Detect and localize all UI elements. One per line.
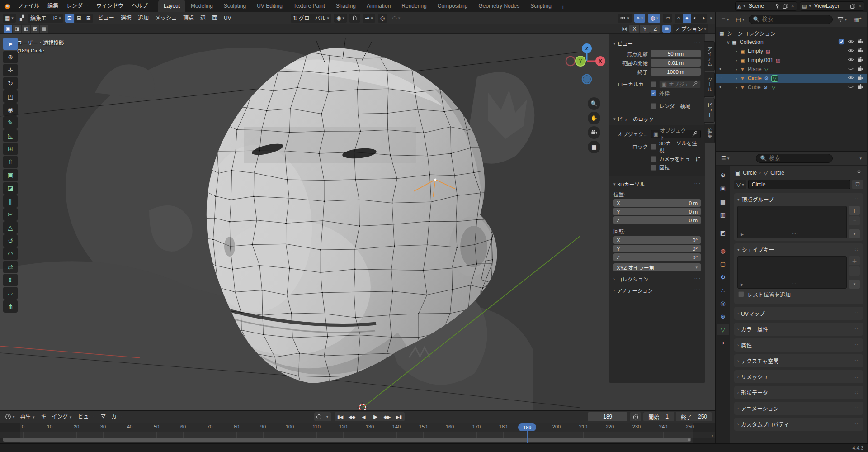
editor-type-button[interactable]: ▦▾: [3, 14, 16, 23]
play-reverse-button[interactable]: ◀: [358, 412, 369, 421]
gizmos-toggle[interactable]: ⌖▾: [634, 14, 645, 23]
np-value-範囲の開始[interactable]: 0.01 m: [651, 59, 701, 67]
disable-render-camera-icon[interactable]: [857, 75, 863, 82]
panel-UVマップ[interactable]: ›UVマップ∷∷: [734, 307, 863, 320]
expand-arrow[interactable]: ›: [734, 67, 739, 72]
hide-eye-icon[interactable]: [848, 38, 854, 46]
properties-tab-tool[interactable]: ⚙: [717, 169, 729, 181]
workspace-tab-texture-paint[interactable]: Texture Paint: [288, 0, 330, 12]
transform-orientation-selector[interactable]: ⇅グローバル▾: [291, 14, 331, 23]
mirror-axis-y[interactable]: Y: [640, 25, 650, 33]
vertex-group-specials-button[interactable]: ▾: [849, 229, 860, 238]
tool-bevel[interactable]: ◪: [3, 182, 18, 195]
outliner-row-Collection[interactable]: ∨▦Collection: [716, 38, 867, 47]
camera-view-button[interactable]: [588, 126, 600, 139]
viewport-menu-選択[interactable]: 選択: [118, 13, 135, 24]
panel-カラー属性[interactable]: ›カラー属性∷∷: [734, 323, 863, 336]
panel-アニメーション[interactable]: ›アニメーション∷∷: [734, 402, 863, 415]
selectable-checkbox[interactable]: [838, 38, 844, 46]
cursor3d-header[interactable]: ▾3Dカーソル∷∷: [613, 181, 701, 188]
properties-tab-view-layer[interactable]: ▥: [717, 209, 729, 220]
zoom-button[interactable]: 🔍: [588, 97, 600, 110]
sidebar-tab-ビュー[interactable]: ビュー: [704, 98, 715, 123]
select-mode-intersect[interactable]: ▦: [40, 25, 48, 33]
snap-target-selector[interactable]: ⇥▾: [363, 14, 375, 23]
select-mode-invert[interactable]: ◩: [31, 25, 39, 33]
disable-render-camera-icon[interactable]: [857, 48, 863, 55]
cursor-rotation-field-X[interactable]: X0°: [613, 236, 701, 244]
shading-rendered-button[interactable]: ◑: [699, 14, 707, 23]
cursor-location-field-Z[interactable]: Z0 m: [613, 216, 701, 224]
outliner-display-mode[interactable]: ≣▾: [719, 15, 731, 24]
viewport-menu-メッシュ[interactable]: メッシュ: [152, 13, 180, 24]
snap-toggle[interactable]: [349, 14, 360, 23]
auto-keyframe-dropdown[interactable]: ▾: [323, 412, 331, 421]
workspace-tab-sculpting[interactable]: Sculpting: [218, 0, 251, 12]
view-lock-header[interactable]: ▾ビューのロック: [613, 115, 701, 123]
object-name[interactable]: Empty.001: [748, 57, 773, 63]
auto-keyframe-toggle[interactable]: [314, 412, 323, 421]
workspace-tab-rendering[interactable]: Rendering: [396, 0, 432, 12]
new-viewlayer-icon[interactable]: [850, 3, 856, 9]
vertex-select-button[interactable]: ⊡: [65, 14, 74, 23]
timeline-scrollbar[interactable]: [3, 438, 691, 442]
render-region-checkbox[interactable]: [651, 103, 656, 109]
tool-cursor[interactable]: ⊕: [3, 51, 18, 63]
workspace-tab-animation[interactable]: Animation: [361, 0, 396, 12]
workspace-tab-geometry-nodes[interactable]: Geometry Nodes: [473, 0, 525, 12]
tool-scale[interactable]: ◳: [3, 90, 18, 103]
scene-name[interactable]: Scene: [748, 3, 772, 9]
properties-search-input[interactable]: [769, 155, 829, 162]
checkbox-3Dカーソルを注視[interactable]: [651, 144, 656, 150]
jump-to-start-button[interactable]: ▮◀: [335, 412, 346, 421]
checkbox-カメラをビューに[interactable]: [651, 156, 656, 162]
workspace-tab-layout[interactable]: Layout: [158, 0, 185, 12]
tool-shear[interactable]: ▱: [3, 287, 18, 300]
select-mode-extend[interactable]: ◨: [13, 25, 21, 33]
add-shape-key-button[interactable]: ＋: [849, 256, 860, 265]
shape-keys-header[interactable]: ▾シェイプキー∷∷: [737, 246, 860, 253]
properties-tab-render[interactable]: ▣: [717, 182, 729, 194]
local-camera-object-field[interactable]: ▣オブジェ: [659, 80, 701, 88]
tool-spin[interactable]: ↺: [3, 234, 18, 247]
datablock-name-field[interactable]: Circle: [748, 180, 850, 189]
face-select-button[interactable]: ⊞: [84, 14, 93, 23]
tool-loop-cut[interactable]: ∥: [3, 195, 18, 208]
properties-tab-scene[interactable]: ◩: [717, 227, 729, 238]
workspace-tab-modeling[interactable]: Modeling: [185, 0, 218, 12]
pan-hand-button[interactable]: ✋: [588, 112, 600, 124]
mirror-axis-z[interactable]: Z: [650, 25, 660, 33]
properties-tab-modifiers[interactable]: ⚙: [717, 271, 729, 283]
workspace-tab-uv-editing[interactable]: UV Editing: [251, 0, 288, 12]
outliner-row-Circle[interactable]: ⬚›▼Circle⚙▽: [716, 74, 867, 83]
pin-id-icon[interactable]: [856, 170, 862, 176]
use-preview-range-toggle[interactable]: [630, 412, 641, 421]
expand-arrow[interactable]: ∨: [726, 40, 731, 45]
hidden-eye-icon[interactable]: [848, 84, 854, 91]
outliner-filter-mode[interactable]: ▤▾: [734, 15, 747, 24]
blender-logo-icon[interactable]: [0, 2, 14, 10]
breadcrumb-data[interactable]: Circle: [770, 170, 784, 176]
euler-order-dropdown[interactable]: XYZ オイラー角▾: [613, 263, 701, 271]
np-panel-コレクション[interactable]: ›コレクション∷∷: [613, 276, 701, 283]
expand-arrow[interactable]: ›: [734, 85, 739, 90]
viewport-menu-UV[interactable]: UV: [221, 13, 235, 24]
options-dropdown[interactable]: オプション▾: [673, 24, 708, 33]
rest-position-checkbox[interactable]: [738, 291, 744, 297]
tool-edge-slide[interactable]: ⇄: [3, 261, 18, 273]
sidebar-tab-編集[interactable]: 編集: [704, 124, 715, 143]
jump-to-end-button[interactable]: ▶▮: [393, 412, 405, 421]
expand-arrow[interactable]: ›: [734, 76, 739, 81]
next-keyframe-button[interactable]: ◆▶: [382, 412, 393, 421]
panel-リメッシュ[interactable]: ›リメッシュ∷∷: [734, 370, 863, 383]
tool-inset-faces[interactable]: ▣: [3, 169, 18, 181]
cursor-location-field-X[interactable]: X0 m: [613, 199, 701, 207]
properties-tab-material[interactable]: ◑: [717, 337, 729, 348]
vertex-groups-header[interactable]: ▾頂点グループ∷∷: [737, 195, 860, 203]
object-name[interactable]: Collection: [740, 39, 764, 45]
viewport-menu-追加[interactable]: 追加: [135, 13, 152, 24]
checkbox-回転[interactable]: [651, 165, 656, 171]
outliner-search[interactable]: 🔍: [749, 15, 832, 24]
select-mode-new[interactable]: ▣: [4, 25, 12, 33]
perspective-toggle-button[interactable]: ▦: [588, 141, 600, 153]
